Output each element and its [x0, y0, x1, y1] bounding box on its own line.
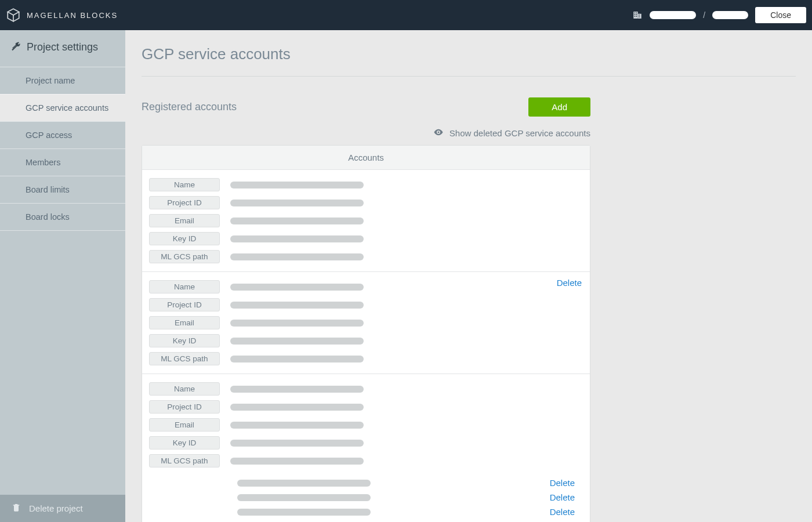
field-row-email: Email	[149, 212, 583, 230]
page-title: GCP service accounts	[142, 30, 796, 76]
sidebar-item-members[interactable]: Members	[0, 148, 125, 176]
field-value-placeholder	[230, 253, 364, 260]
extra-row: Delete	[149, 476, 583, 490]
show-deleted-label: Show deleted GCP service accounts	[449, 128, 590, 138]
field-row-ml_gcs_path: ML GCS path	[149, 452, 583, 470]
field-value-placeholder	[230, 338, 364, 345]
field-row-name: Name	[149, 176, 583, 194]
field-value-placeholder	[237, 494, 371, 501]
trash-icon	[12, 503, 21, 514]
svg-rect-2	[635, 13, 636, 14]
field-value-placeholder	[230, 320, 364, 327]
field-value-placeholder	[230, 217, 364, 224]
field-label: ML GCS path	[149, 352, 220, 365]
table-header: Accounts	[142, 146, 590, 170]
svg-rect-8	[639, 14, 640, 16]
field-value-placeholder	[237, 509, 371, 516]
field-label: Email	[149, 214, 220, 227]
field-value-placeholder	[230, 200, 364, 206]
field-row-email: Email	[149, 314, 583, 332]
svg-rect-4	[635, 14, 636, 16]
field-label: Key ID	[149, 436, 220, 449]
delete-project-button[interactable]: Delete project	[0, 495, 125, 522]
field-label: Name	[149, 178, 220, 191]
account-block: NameProject IDEmailKey IDML GCS path	[142, 374, 590, 476]
extra-row: Delete	[149, 519, 583, 522]
field-row-key_id: Key ID	[149, 332, 583, 350]
field-value-placeholder	[237, 480, 371, 487]
field-label: Email	[149, 316, 220, 329]
extra-row: Delete	[149, 490, 583, 505]
field-label: ML GCS path	[149, 454, 220, 467]
field-label: Project ID	[149, 400, 220, 414]
field-value-placeholder	[230, 235, 364, 242]
field-label: Key ID	[149, 334, 220, 347]
account-block: DeleteNameProject IDEmailKey IDML GCS pa…	[142, 271, 590, 374]
delete-link[interactable]: Delete	[550, 507, 575, 517]
accounts-table: Accounts NameProject IDEmailKey IDML GCS…	[142, 145, 590, 522]
project-placeholder[interactable]	[712, 11, 748, 19]
delete-link[interactable]: Delete	[550, 492, 575, 502]
main-content: GCP service accounts Registered accounts…	[125, 30, 812, 522]
account-block: NameProject IDEmailKey IDML GCS path	[142, 170, 590, 271]
sidebar-item-board-locks[interactable]: Board locks	[0, 203, 125, 231]
extra-row: Delete	[149, 505, 583, 519]
field-row-ml_gcs_path: ML GCS path	[149, 350, 583, 368]
field-row-key_id: Key ID	[149, 434, 583, 452]
delete-project-label: Delete project	[29, 503, 83, 513]
sidebar-item-board-limits[interactable]: Board limits	[0, 176, 125, 203]
cube-icon	[6, 8, 21, 23]
field-label: Key ID	[149, 232, 220, 245]
sidebar-item-gcp-service-accounts[interactable]: GCP service accounts	[0, 94, 125, 121]
field-value-placeholder	[230, 302, 364, 309]
field-value-placeholder	[230, 182, 364, 188]
svg-rect-1	[638, 14, 641, 19]
field-value-placeholder	[230, 404, 364, 411]
svg-rect-3	[636, 13, 637, 14]
svg-rect-5	[636, 14, 637, 16]
field-row-name: Name	[149, 278, 583, 296]
sidebar-title-text: Project settings	[27, 41, 98, 53]
field-label: Name	[149, 382, 220, 396]
svg-rect-7	[636, 16, 637, 17]
field-value-placeholder	[230, 422, 364, 429]
field-row-project_id: Project ID	[149, 398, 583, 416]
brand-logo[interactable]: MAGELLAN BLOCKS	[6, 8, 118, 23]
sidebar-item-project-name[interactable]: Project name	[0, 67, 125, 94]
field-label: Email	[149, 418, 220, 432]
field-value-placeholder	[230, 458, 364, 465]
app-header: MAGELLAN BLOCKS / Close	[0, 0, 812, 30]
field-value-placeholder	[230, 386, 364, 393]
field-row-project_id: Project ID	[149, 296, 583, 314]
field-value-placeholder	[230, 356, 364, 362]
sidebar-nav: Project nameGCP service accountsGCP acce…	[0, 67, 125, 231]
add-button[interactable]: Add	[528, 97, 590, 117]
show-deleted-toggle[interactable]: Show deleted GCP service accounts	[142, 127, 590, 139]
close-button[interactable]: Close	[755, 7, 806, 23]
building-icon	[632, 10, 643, 20]
field-row-email: Email	[149, 416, 583, 434]
svg-rect-9	[639, 16, 640, 17]
svg-rect-6	[635, 16, 636, 17]
svg-rect-0	[634, 12, 639, 19]
breadcrumb-separator: /	[703, 10, 705, 20]
field-row-name: Name	[149, 380, 583, 398]
eye-icon	[433, 127, 444, 139]
brand-text: MAGELLAN BLOCKS	[27, 11, 118, 20]
delete-link[interactable]: Delete	[550, 478, 575, 488]
field-label: Name	[149, 280, 220, 293]
field-value-placeholder	[230, 440, 364, 447]
field-label: Project ID	[149, 298, 220, 311]
field-label: Project ID	[149, 196, 220, 209]
wrench-icon	[10, 41, 21, 54]
sidebar-title: Project settings	[0, 30, 125, 67]
section-heading: Registered accounts	[142, 101, 237, 113]
delete-link[interactable]: Delete	[557, 278, 582, 288]
org-placeholder[interactable]	[650, 11, 696, 19]
sidebar-item-gcp-access[interactable]: GCP access	[0, 121, 125, 148]
field-value-placeholder	[230, 284, 364, 291]
field-row-key_id: Key ID	[149, 230, 583, 248]
field-row-ml_gcs_path: ML GCS path	[149, 248, 583, 266]
field-row-project_id: Project ID	[149, 194, 583, 212]
sidebar: Project settings Project nameGCP service…	[0, 30, 125, 522]
